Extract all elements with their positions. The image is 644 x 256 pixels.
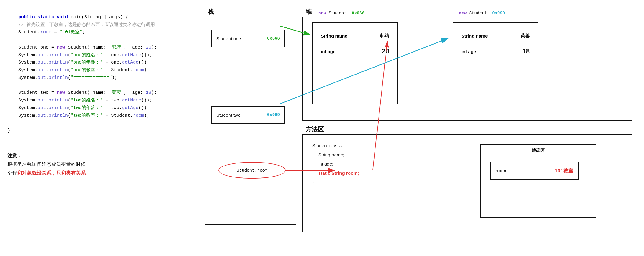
method-class-def: Student.class { String name; int age; st… xyxy=(312,141,359,187)
stack-one-addr: 0x666 xyxy=(267,36,280,41)
comment-line: // 首先设置一下教室，这是静态的东西，应该通过类名称进行调用 xyxy=(18,22,155,27)
println-2: println xyxy=(49,60,68,65)
heap-obj2-addr: 0x999 xyxy=(492,11,505,16)
stack-label: 栈 xyxy=(208,8,214,16)
room-field: room xyxy=(40,30,51,35)
note-normal-text: 全程 xyxy=(7,170,17,176)
code-block: public static void main(String[] args) {… xyxy=(7,6,184,142)
getname-1: getName xyxy=(122,53,141,58)
heap-obj2-row1: String name 黄蓉 xyxy=(453,23,538,40)
method-static-line: static String room; xyxy=(312,169,359,178)
method-area-box: Student.class { String name; int age; st… xyxy=(302,134,632,232)
note-red-text: 和对象就没关系，只和类有关系。 xyxy=(17,170,90,176)
stack-one-label: Student one xyxy=(216,36,241,41)
room-ref-1: room xyxy=(133,68,144,73)
note-section: 注意： 根据类名称访问静态成员变量的时候， 全程和对象就没关系，只和类有关系。 xyxy=(7,152,184,178)
new-kw-heap1: new xyxy=(318,11,326,16)
heap-obj1-addr: 0x666 xyxy=(352,11,364,16)
heap-obj2-student: Student xyxy=(469,11,487,16)
str-5: "two的姓名：" xyxy=(71,98,103,103)
student-constructor-1: Student xyxy=(68,45,87,50)
out-4: out xyxy=(38,75,46,80)
str-4: "=============" xyxy=(71,75,112,80)
left-panel: public static void main(String[] args) {… xyxy=(0,0,192,256)
str-6: "two的年龄：" xyxy=(71,105,103,111)
system-out-7: System xyxy=(18,113,35,118)
stack-two-label: Student two xyxy=(216,112,240,118)
student-room-oval-text: Student.room xyxy=(237,168,268,173)
system-out-1: System xyxy=(18,53,35,58)
heap-obj1-row2: int age 20 xyxy=(313,40,397,57)
system-out-3: System xyxy=(18,68,35,73)
system-out-2: System xyxy=(18,60,35,65)
getage-1: getAge xyxy=(122,60,138,65)
heap-obj1-val2: 20 xyxy=(379,46,392,57)
out-6: out xyxy=(38,105,46,111)
param-type: String xyxy=(84,15,101,20)
new-keyword-2: new xyxy=(57,90,65,95)
println-3: println xyxy=(49,68,68,73)
getname-2: getName xyxy=(122,98,141,103)
out-1: out xyxy=(38,53,46,58)
println-1: println xyxy=(49,53,68,58)
student-room-oval: Student.room xyxy=(218,162,286,179)
stack-one-box: Student one 0x666 xyxy=(211,30,285,47)
system-out-4: System xyxy=(18,75,35,80)
static-room-val: 101教室 xyxy=(554,168,573,174)
age-18: 18 xyxy=(146,90,151,95)
heap-obj2-val2: 18 xyxy=(519,46,533,57)
out-5: out xyxy=(38,98,46,103)
heap-obj2-val1: 黄蓉 xyxy=(518,32,533,40)
stack-two-box: Student two 0x999 xyxy=(211,106,285,124)
name-guojing: "郭靖" xyxy=(109,45,124,50)
age-20: 20 xyxy=(146,45,151,50)
heap-obj1-field2: int age xyxy=(318,48,338,55)
keyword-public: public xyxy=(18,15,35,20)
static-zone-box: 静态区 room 101教室 xyxy=(480,144,596,218)
method-field2-line: int age; xyxy=(312,159,359,169)
student-constructor-2: Student xyxy=(68,90,87,95)
keyword-static: static xyxy=(38,15,54,20)
heap-obj2-field1: String name xyxy=(458,32,491,40)
note-title: 注意： xyxy=(7,152,184,160)
heap-obj1-inner: String name 郭靖 int age 20 xyxy=(312,22,398,104)
note-body-line1: 根据类名称访问静态成员变量的时候， xyxy=(7,160,184,169)
heap-obj2-inner: String name 黄蓉 int age 18 xyxy=(453,22,538,104)
method-close-line: } xyxy=(312,178,359,187)
println-6: println xyxy=(49,105,68,111)
right-panel: 栈 堆 方法区 Student one 0x666 Student two 0x… xyxy=(192,0,644,256)
stack-box: Student one 0x666 Student two 0x999 xyxy=(205,17,296,225)
heap-box: new Student 0x666 String name 郭靖 int age… xyxy=(302,17,632,121)
student-classname: Student xyxy=(18,30,38,35)
static-zone-label: 静态区 xyxy=(532,148,545,153)
room-ref-2: room xyxy=(133,113,144,118)
keyword-void: void xyxy=(57,15,68,20)
diagram: 栈 堆 方法区 Student one 0x666 Student two 0x… xyxy=(202,6,635,244)
heap-label: 堆 xyxy=(306,8,312,16)
static-room-box: room 101教室 xyxy=(490,162,579,180)
heap-obj1-val1: 郭靖 xyxy=(377,32,392,40)
method-field1-line: String name; xyxy=(312,150,359,159)
heap-obj2-label-text: new Student 0x999 xyxy=(459,11,505,16)
out-7: out xyxy=(38,113,46,118)
out-3: out xyxy=(38,68,46,73)
println-4: println xyxy=(49,75,68,80)
method-class-line: Student.class { xyxy=(312,141,359,150)
str-3: "one的教室：" xyxy=(71,68,103,73)
str-7: "two的教室：" xyxy=(71,113,103,118)
heap-obj2-field2: int age xyxy=(458,48,479,55)
system-out-6: System xyxy=(18,105,35,111)
system-out-5: System xyxy=(18,98,35,103)
getage-2: getAge xyxy=(122,105,138,111)
new-keyword-1: new xyxy=(57,45,65,50)
method-name: main xyxy=(71,15,82,20)
heap-obj1-label-text: new Student 0x666 xyxy=(318,11,364,16)
student-room-ref-1: Student xyxy=(111,68,130,73)
name-huangrong: "黄蓉" xyxy=(109,90,124,95)
student-room-ref-2: Student xyxy=(111,113,130,118)
new-kw-heap2: new xyxy=(459,11,467,16)
static-keyword: static String room; xyxy=(318,170,359,176)
student-type: Student xyxy=(18,45,38,50)
method-label: 方法区 xyxy=(306,125,324,133)
heap-obj1-field1: String name xyxy=(318,32,350,40)
